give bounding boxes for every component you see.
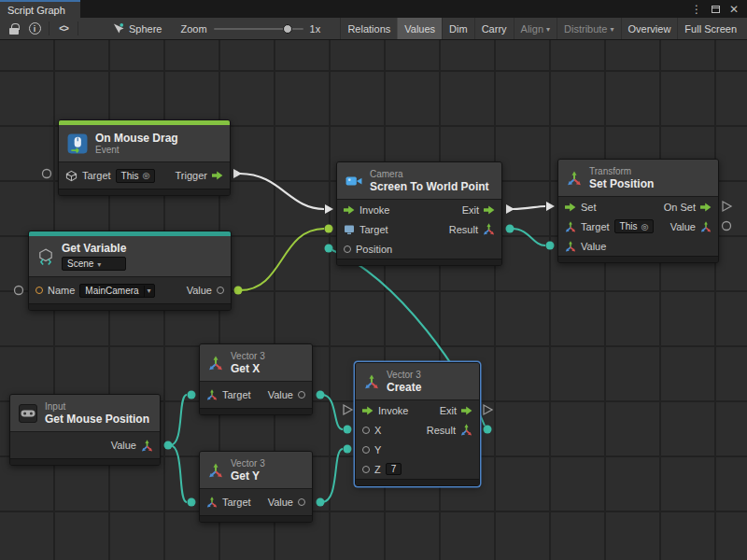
port-row: Target Value xyxy=(200,382,312,408)
vector3-icon xyxy=(565,241,576,252)
port-row: Invoke Exit xyxy=(337,200,501,219)
overview-button[interactable]: Overview xyxy=(621,18,678,39)
port-row: Name MainCamera▾ Value xyxy=(29,277,231,303)
port-label-value-in: Value xyxy=(581,241,606,252)
value-port-dot[interactable] xyxy=(362,446,370,454)
port-label-trigger: Trigger xyxy=(176,170,207,181)
value-port-dot[interactable] xyxy=(298,498,305,506)
port-row: Value xyxy=(10,432,160,458)
node-header: Vector 3 Get X xyxy=(200,344,312,382)
node-screen-to-world-point[interactable]: Camera Screen To World Point Invoke Exit… xyxy=(336,161,502,266)
port-label-target: Target xyxy=(359,224,388,235)
port-label-target: Target xyxy=(82,170,111,181)
camera-icon xyxy=(345,175,362,188)
node-title: Get Y xyxy=(231,469,265,483)
carry-button[interactable]: Carry xyxy=(474,18,514,39)
node-vector3-create[interactable]: Vector 3 Create Invoke Exit X Result Y Z… xyxy=(355,362,480,486)
relations-button[interactable]: Relations xyxy=(340,18,397,39)
this-chip[interactable]: This◎ xyxy=(614,219,655,233)
port-label-name: Name xyxy=(48,285,75,296)
string-port-dot[interactable] xyxy=(35,287,43,294)
zoom-slider[interactable] xyxy=(214,28,303,30)
dim-button[interactable]: Dim xyxy=(442,18,474,39)
node-footer xyxy=(59,189,230,195)
zoom-value: 1x xyxy=(310,23,321,35)
port-label-target: Target xyxy=(581,221,610,232)
node-get-variable[interactable]: Get Variable Scene▾ Name MainCamera▾ Val… xyxy=(28,231,232,311)
node-footer xyxy=(200,515,312,522)
node-get-mouse-position[interactable]: Input Get Mouse Position Value xyxy=(9,394,161,466)
variable-scope-dropdown[interactable]: Scene▾ xyxy=(62,257,126,271)
values-button[interactable]: Values xyxy=(397,18,442,39)
port-label-target: Target xyxy=(222,389,251,400)
node-header: Input Get Mouse Position xyxy=(10,395,160,432)
node-title: Create xyxy=(387,381,421,394)
graph-target-selector[interactable]: Sphere xyxy=(106,21,167,37)
chevron-down-icon: ▾ xyxy=(97,260,101,269)
node-title: Set Position xyxy=(589,177,654,190)
port-row: Target This◎ Value xyxy=(558,217,718,236)
object-picker-icon: ◎ xyxy=(641,222,648,231)
node-header: On Mouse Drag Event xyxy=(59,125,230,162)
node-set-position[interactable]: Transform Set Position Set On Set Target… xyxy=(557,159,719,263)
port-row: Set On Set xyxy=(558,197,718,217)
port-label-result: Result xyxy=(449,224,478,235)
vector3-icon xyxy=(483,223,495,235)
tab-strip: Script Graph ⋮ ✕ xyxy=(0,0,747,18)
flow-arrow-icon xyxy=(700,203,712,212)
chevron-down-icon: ▾ xyxy=(546,25,550,34)
value-port-dot[interactable] xyxy=(344,245,351,253)
zoom-control: Zoom 1x xyxy=(180,23,320,35)
lock-button[interactable] xyxy=(5,21,23,37)
z-value-field[interactable]: 7 xyxy=(386,463,402,475)
code-icon: <> xyxy=(59,23,68,34)
port-label-set: Set xyxy=(581,202,597,213)
this-chip[interactable]: This◎ xyxy=(116,169,156,183)
node-category: Camera xyxy=(370,169,489,180)
port-label-target: Target xyxy=(222,497,251,508)
transform-port-icon xyxy=(565,221,576,232)
menu-icon[interactable]: ⋮ xyxy=(690,2,703,17)
value-port-dot[interactable] xyxy=(217,287,224,294)
vector3-icon xyxy=(364,374,379,389)
full-screen-button[interactable]: Full Screen xyxy=(677,18,743,39)
object-picker-icon: ◎ xyxy=(142,171,149,180)
tab-script-graph[interactable]: Script Graph xyxy=(0,0,80,18)
align-button[interactable]: Align▾ xyxy=(514,18,557,39)
flow-arrow-icon xyxy=(344,205,355,215)
node-category: Input xyxy=(45,401,149,413)
node-title: Get Variable xyxy=(62,242,126,255)
script-graph-window: Script Graph ⋮ ✕ i <> Sphere Zoom 1x Rel… xyxy=(0,0,747,560)
flow-arrow-icon xyxy=(461,406,472,415)
node-footer xyxy=(10,458,160,465)
node-get-y[interactable]: Vector 3 Get Y Target Value xyxy=(199,451,313,523)
vector3-icon xyxy=(206,389,218,400)
info-icon: i xyxy=(29,22,41,35)
camera-target-icon xyxy=(344,224,355,235)
close-icon[interactable]: ✕ xyxy=(727,2,740,17)
node-header: Camera Screen To World Point xyxy=(337,162,501,200)
variable-name-dropdown[interactable]: MainCamera▾ xyxy=(79,284,154,298)
distribute-button[interactable]: Distribute▾ xyxy=(557,18,620,39)
tab-title: Script Graph xyxy=(7,5,65,16)
vector3-icon xyxy=(141,440,153,452)
maximize-icon[interactable] xyxy=(709,2,722,17)
code-view-button[interactable]: <> xyxy=(54,21,73,37)
value-port-dot[interactable] xyxy=(298,391,305,399)
value-port-dot[interactable] xyxy=(362,427,370,434)
node-get-x[interactable]: Vector 3 Get X Target Value xyxy=(199,343,313,415)
value-port-dot[interactable] xyxy=(362,466,370,473)
port-row: Value xyxy=(558,236,718,256)
node-title: Screen To World Point xyxy=(370,180,489,193)
port-row: Z 7 xyxy=(356,459,479,479)
inspect-button[interactable]: i xyxy=(25,21,44,37)
transform-icon xyxy=(567,171,582,186)
zoom-slider-handle[interactable] xyxy=(283,24,292,34)
port-label-invoke: Invoke xyxy=(359,204,389,216)
port-row: Target Result xyxy=(337,219,501,239)
node-footer xyxy=(356,479,479,485)
port-label-position: Position xyxy=(356,244,392,255)
node-category: Vector 3 xyxy=(231,351,265,362)
port-label-value: Value xyxy=(268,389,293,400)
node-on-mouse-drag[interactable]: On Mouse Drag Event Target This◎ Trigger xyxy=(58,119,231,196)
